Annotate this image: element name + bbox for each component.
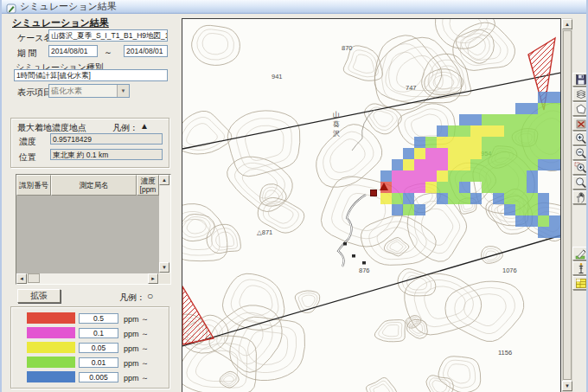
concentration-cell [527, 137, 538, 148]
concentration-cell [380, 170, 392, 182]
scroll-up-icon[interactable]: ▲ [159, 175, 169, 185]
station-legend-label: 凡例： [119, 292, 145, 304]
concentration-cell [437, 159, 448, 170]
zoom-out-icon [574, 147, 588, 159]
legend-threshold-input[interactable]: 0.005 [79, 372, 118, 382]
sim-type-input[interactable]: 1時間値計算[硫化水素] [14, 69, 168, 81]
concentration-cell [459, 125, 470, 137]
concentration-cell [504, 204, 515, 215]
concentration-cell [515, 125, 527, 137]
concentration-cell [549, 159, 560, 170]
legend-swatch [27, 342, 75, 353]
period-to-input[interactable]: 2014/08/01 [124, 45, 168, 57]
concentration-cell [448, 125, 459, 137]
scroll-corner [159, 273, 170, 284]
stations-hscrollbar[interactable]: ◄ ► [16, 273, 159, 284]
concentration-cell [515, 137, 527, 148]
hscroll-thumb[interactable] [28, 273, 40, 283]
map-scroll-up-icon[interactable]: ▲ [562, 19, 572, 29]
stations-vscrollbar[interactable]: ▲ ▼ [159, 175, 170, 273]
legend-table-button[interactable] [572, 276, 588, 290]
stations-table[interactable]: 識別番号 測定局名 濃度 [ppm ▲ ▼ ◄ ► [16, 174, 171, 285]
map-area[interactable]: 941870747954△87187610761156山葵沢 [182, 18, 561, 392]
concentration-cell [504, 193, 515, 204]
concentration-cell [527, 103, 538, 114]
concentration-cell [414, 148, 425, 159]
concentration-cell [538, 92, 549, 103]
concentration-cell [414, 170, 425, 182]
concentration-cell [470, 148, 482, 159]
period-tilde: ～ [104, 47, 112, 59]
concentration-cell [493, 148, 504, 159]
concentration-cell [538, 215, 549, 227]
concentration-cell [493, 193, 504, 204]
layers-button[interactable] [572, 87, 588, 101]
concentration-cell [392, 170, 403, 182]
concentration-cell [482, 114, 493, 125]
col-header-conc[interactable]: 濃度 [ppm [137, 175, 159, 196]
map-scroll-down-icon[interactable]: ▼ [562, 381, 572, 391]
save-button[interactable] [572, 73, 588, 87]
col-header-station[interactable]: 測定局名 [51, 175, 137, 196]
expand-button[interactable]: 拡張 [17, 289, 61, 303]
source-marker [370, 190, 377, 196]
concentration-cell [515, 114, 527, 125]
concentration-cell [448, 159, 459, 170]
scroll-right-icon[interactable]: ► [148, 273, 158, 284]
zoom-area-button[interactable] [572, 161, 588, 175]
edit-pen-button[interactable] [572, 247, 588, 260]
case-name-label: ケース名 [17, 32, 52, 44]
concentration-cell [425, 159, 437, 170]
scroll-down-icon[interactable]: ▼ [159, 262, 169, 273]
concentration-cell [448, 182, 459, 193]
concentration-cell [493, 137, 504, 148]
map-vscroll-thumb[interactable] [563, 30, 572, 380]
concentration-cell [549, 215, 560, 227]
map-vscrollbar[interactable]: ▲ ▼ [562, 18, 572, 392]
legend-unit-label: ppm ～ [124, 358, 149, 370]
concentration-value: 0.95718429 [50, 133, 163, 145]
concentration-cell [470, 170, 482, 182]
clear-button[interactable] [572, 117, 588, 131]
zoom-out-button[interactable] [572, 146, 588, 160]
survey-pole-button[interactable] [572, 261, 588, 275]
concentration-cell [403, 193, 414, 204]
concentration-cell [482, 159, 493, 170]
concentration-cell [538, 103, 549, 114]
legend-unit-label: ppm ～ [124, 373, 149, 384]
concentration-cell [549, 148, 560, 159]
concentration-cell [403, 204, 414, 215]
chevron-down-icon[interactable]: ▼ [117, 85, 129, 97]
display-item-combo[interactable]: 硫化水素 ▼ [48, 84, 130, 98]
concentration-cell [482, 137, 493, 148]
save-icon [574, 74, 588, 86]
concentration-cell [515, 159, 527, 170]
concentration-cell [437, 125, 448, 137]
polygon-button[interactable] [572, 102, 588, 116]
legend-threshold-input[interactable]: 0.5 [79, 313, 118, 324]
concentration-cell [425, 170, 437, 182]
legend-threshold-input[interactable]: 0.1 [79, 328, 118, 338]
zoom-in-button[interactable] [572, 132, 588, 145]
concentration-cell [549, 227, 560, 238]
section-title: シミュレーション結果 [12, 16, 109, 29]
concentration-cell [437, 182, 448, 193]
concentration-cell [549, 103, 560, 114]
legend-swatch [27, 312, 75, 324]
case-name-input[interactable]: 山葵沢_夏季_S_I_T1_B1_H9地図_160201 [48, 29, 168, 42]
zoom-prev-button[interactable] [572, 176, 588, 190]
legend-threshold-input[interactable]: 0.05 [79, 343, 118, 353]
col-header-id[interactable]: 識別番号 [16, 175, 51, 196]
plume-layer [182, 19, 561, 392]
legend-threshold-input[interactable]: 0.01 [79, 357, 118, 368]
position-label: 位置 [19, 151, 36, 164]
max-point-title: 最大着地濃度地点 [17, 122, 86, 134]
pan-button[interactable] [572, 190, 588, 204]
titlebar[interactable]: シミュレーション結果 [2, 0, 588, 14]
concentration-cell [448, 170, 459, 182]
stations-table-body[interactable] [16, 196, 159, 273]
period-from-input[interactable]: 2014/08/01 [48, 45, 98, 57]
concentration-cell [459, 137, 470, 148]
scroll-left-icon[interactable]: ◄ [16, 273, 27, 284]
max-point-legend-triangle: ▲ [140, 121, 149, 131]
